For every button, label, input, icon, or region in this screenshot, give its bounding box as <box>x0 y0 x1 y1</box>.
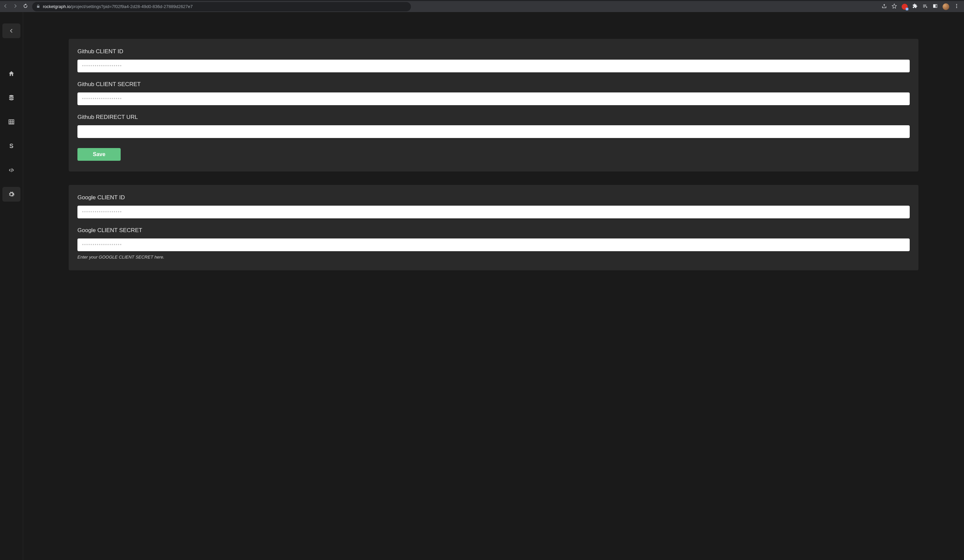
github-save-button[interactable]: Save <box>77 148 120 161</box>
address-bar[interactable]: rocketgraph.io/project/settings?pid=7f02… <box>32 2 411 11</box>
google-settings-card: Google CLIENT ID Google CLIENT SECRET En… <box>69 185 918 270</box>
svg-point-2 <box>956 7 957 8</box>
google-client-id-label: Google CLIENT ID <box>77 194 910 201</box>
playlist-icon[interactable] <box>922 3 928 10</box>
github-client-secret-label: Github CLIENT SECRET <box>77 81 910 88</box>
url-host: rocketgraph.io <box>43 4 70 9</box>
github-client-id-input[interactable] <box>77 60 910 72</box>
github-redirect-input[interactable] <box>77 125 910 138</box>
table-icon <box>8 118 15 125</box>
google-client-secret-label: Google CLIENT SECRET <box>77 227 910 234</box>
sidebar-group: S <box>2 66 20 201</box>
sidebar-back-button[interactable] <box>2 23 20 38</box>
arrow-left-icon <box>8 28 15 34</box>
google-client-id-field: Google CLIENT ID <box>77 194 910 218</box>
github-redirect-label: Github REDIRECT URL <box>77 114 910 120</box>
svg-point-1 <box>956 5 957 6</box>
google-client-secret-help: Enter your GOOGLE CLIENT SECRET here. <box>77 255 910 260</box>
google-client-secret-field: Google CLIENT SECRET Enter your GOOGLE C… <box>77 227 910 260</box>
github-client-id-field: Github CLIENT ID <box>77 48 910 72</box>
panel-icon[interactable] <box>933 3 938 10</box>
lock-icon <box>36 4 40 10</box>
sidebar: S <box>0 12 23 560</box>
github-redirect-field: Github REDIRECT URL <box>77 114 910 138</box>
browser-nav <box>3 3 28 10</box>
browser-right-icons <box>881 3 961 10</box>
kebab-menu-icon[interactable] <box>954 3 959 10</box>
github-client-secret-input[interactable] <box>77 93 910 105</box>
github-settings-card: Github CLIENT ID Github CLIENT SECRET Gi… <box>69 39 918 172</box>
star-icon[interactable] <box>892 3 897 10</box>
github-client-id-label: Github CLIENT ID <box>77 48 910 55</box>
extension-badge-icon[interactable] <box>902 4 908 10</box>
profile-avatar-icon[interactable] <box>943 3 949 10</box>
sidebar-item-table[interactable] <box>2 115 20 129</box>
browser-forward-icon[interactable] <box>13 3 18 10</box>
github-client-secret-field: Github CLIENT SECRET <box>77 81 910 105</box>
sidebar-item-home[interactable] <box>2 66 20 81</box>
sidebar-item-settings[interactable] <box>2 187 20 201</box>
database-icon <box>8 94 15 101</box>
sidebar-item-database[interactable] <box>2 91 20 105</box>
google-client-secret-input[interactable] <box>77 239 910 251</box>
extensions-icon[interactable] <box>912 3 918 10</box>
sidebar-item-code[interactable] <box>2 163 20 177</box>
s-icon: S <box>10 143 13 150</box>
gear-icon <box>8 191 15 198</box>
share-icon[interactable] <box>881 3 887 10</box>
google-client-id-input[interactable] <box>77 206 910 218</box>
content-area: Github CLIENT ID Github CLIENT SECRET Gi… <box>23 12 964 560</box>
app-shell: S Github CLIENT ID Github CLIENT SECRET … <box>0 12 964 560</box>
code-icon <box>8 167 15 174</box>
sidebar-item-s[interactable]: S <box>2 139 20 153</box>
url-text: rocketgraph.io/project/settings?pid=7f02… <box>43 4 193 9</box>
svg-point-0 <box>956 4 957 5</box>
home-icon <box>8 70 15 77</box>
browser-toolbar: rocketgraph.io/project/settings?pid=7f02… <box>0 0 964 12</box>
url-path: /project/settings?pid=7f02f9a4-2d28-49d0… <box>70 4 193 9</box>
browser-back-icon[interactable] <box>3 3 8 10</box>
browser-reload-icon[interactable] <box>23 3 28 10</box>
